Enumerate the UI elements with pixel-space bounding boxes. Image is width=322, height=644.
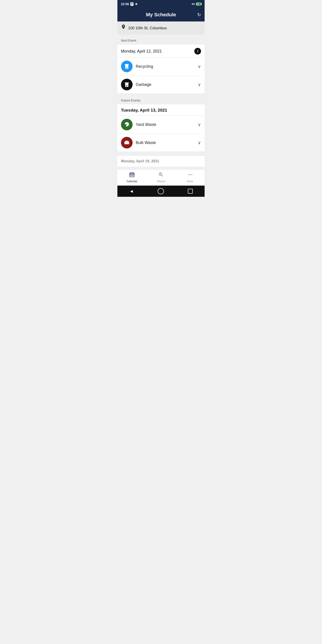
svg-rect-13 — [132, 175, 133, 176]
next-event-card: Monday, April 12, 2021 i Recycling ∨ — [118, 44, 204, 94]
yard-waste-item[interactable]: Yard Waste ∨ — [118, 116, 204, 134]
future-event-date-row-1: Tuesday, April 13, 2021 — [118, 104, 204, 116]
page-title: My Schedule — [146, 12, 176, 18]
home-button[interactable] — [158, 188, 164, 194]
address-bar[interactable]: 100 10th St, Columbus — [118, 22, 204, 35]
svg-point-16 — [188, 174, 189, 175]
info-button[interactable]: i — [194, 48, 201, 54]
wizard-icon — [158, 172, 164, 179]
future-event-date-1: Tuesday, April 13, 2021 — [121, 108, 167, 113]
recents-button[interactable] — [188, 189, 193, 194]
bulk-waste-chevron[interactable]: ∨ — [198, 140, 201, 145]
svg-rect-8 — [126, 83, 128, 85]
star-icon: ★ — [135, 2, 138, 6]
calendar-icon — [129, 172, 135, 179]
garbage-chevron[interactable]: ∨ — [198, 82, 201, 87]
main-content: Next Event Monday, April 12, 2021 i Recy… — [118, 35, 204, 169]
recycling-chevron[interactable]: ∨ — [198, 64, 201, 69]
recycling-item[interactable]: Recycling ∨ — [118, 58, 204, 76]
garbage-item[interactable]: Garbage ∨ — [118, 76, 204, 94]
svg-rect-2 — [125, 64, 129, 64]
wizard-label: Wizard — [157, 180, 165, 183]
bulk-waste-label: Bulk Waste — [136, 140, 194, 145]
yard-waste-icon-circle — [121, 119, 132, 130]
bulk-waste-item[interactable]: Bulk Waste ∨ — [118, 134, 204, 152]
recycling-icon-circle — [121, 60, 132, 72]
address-text: 100 10th St, Columbus — [128, 26, 167, 30]
location-icon — [121, 24, 126, 32]
back-button[interactable]: ◄ — [129, 189, 134, 194]
next-event-date-row: Monday, April 12, 2021 i — [118, 44, 204, 58]
yard-waste-chevron[interactable]: ∨ — [198, 122, 201, 127]
nav-wizard[interactable]: Wizard — [146, 172, 176, 183]
bulk-waste-icon-circle — [121, 137, 132, 148]
calendar-label: Calendar — [126, 180, 138, 183]
app-header: My Schedule ↻ — [118, 8, 204, 22]
future-event-card-1: Tuesday, April 13, 2021 Yard Waste ∨ — [118, 104, 204, 152]
system-nav: ◄ — [118, 186, 204, 197]
svg-rect-9 — [126, 142, 128, 144]
yard-waste-label: Yard Waste — [136, 122, 194, 127]
garbage-icon-circle — [121, 79, 132, 90]
svg-point-15 — [160, 174, 161, 175]
svg-point-17 — [190, 174, 190, 175]
next-event-label: Next Event — [118, 37, 204, 44]
svg-rect-11 — [130, 175, 131, 176]
bottom-nav: Calendar Wizard More — [118, 169, 204, 186]
refresh-button[interactable]: ↻ — [197, 12, 201, 18]
recycling-label: Recycling — [136, 64, 194, 69]
svg-rect-12 — [132, 175, 132, 176]
svg-point-3 — [126, 67, 128, 68]
svg-rect-6 — [125, 82, 129, 84]
svg-rect-4 — [126, 65, 128, 67]
status-bar: 22:56 P ★ ▾▾ — [118, 0, 204, 8]
wifi-icon: ▾▾ — [192, 2, 195, 6]
garbage-label: Garbage — [136, 82, 194, 87]
status-left: 22:56 P ★ — [121, 2, 138, 6]
future-event-card-2-partial: Monday, April 19, 2021 — [118, 156, 204, 166]
svg-point-7 — [126, 86, 128, 86]
more-label: More — [187, 180, 193, 183]
more-icon — [187, 172, 193, 179]
p-icon: P — [130, 2, 134, 6]
svg-point-18 — [191, 174, 192, 175]
status-right: ▾▾ — [192, 2, 201, 6]
next-event-date: Monday, April 12, 2021 — [121, 49, 162, 54]
nav-more[interactable]: More — [176, 172, 204, 183]
future-events-label: Future Events — [118, 97, 204, 104]
status-time: 22:56 — [121, 2, 129, 6]
battery-icon — [196, 3, 201, 5]
nav-calendar[interactable]: Calendar — [118, 172, 146, 183]
